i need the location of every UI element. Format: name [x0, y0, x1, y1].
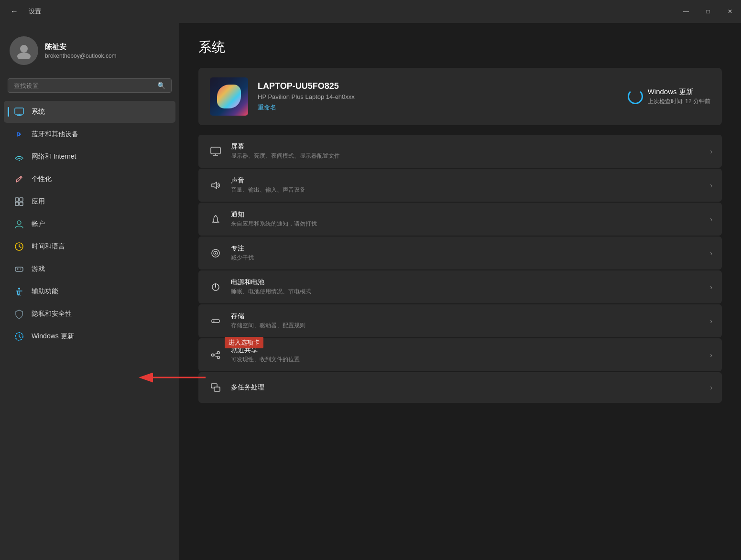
window-controls: — □ ✕	[675, 0, 741, 23]
sidebar-item-label-time: 时间和语言	[32, 242, 65, 251]
multitasking-title: 多任务处理	[231, 383, 702, 392]
sidebar-item-time[interactable]: 时间和语言	[4, 236, 175, 258]
sound-text: 声音 音量、输出、输入、声音设备	[231, 176, 702, 194]
privacy-icon	[13, 308, 25, 320]
notifications-text: 通知 来自应用和系统的通知，请勿打扰	[231, 210, 702, 228]
power-settings-icon	[208, 280, 223, 295]
notifications-title: 通知	[231, 210, 702, 219]
settings-item-storage[interactable]: 存储 存储空间、驱动器、配置规则 ›	[198, 304, 722, 337]
page-title: 系统	[198, 38, 722, 56]
main-layout: 陈祉安 brokentheboy@outlook.com 🔍 系统蓝牙和其他设备…	[0, 23, 741, 560]
nearby-sharing-title: 就近共享	[231, 346, 702, 355]
display-chevron-icon: ›	[710, 148, 712, 155]
device-details: LAPTOP-UU5FO825 HP Pavilion Plus Laptop …	[258, 81, 355, 112]
sidebar-item-label-accounts: 帐户	[32, 220, 45, 228]
storage-subtitle: 存储空间、驱动器、配置规则	[231, 322, 702, 330]
settings-item-display[interactable]: 屏幕 显示器、亮度、夜间模式、显示器配置文件 ›	[198, 135, 722, 168]
device-card: LAPTOP-UU5FO825 HP Pavilion Plus Laptop …	[198, 68, 722, 125]
back-button[interactable]: ←	[8, 5, 21, 18]
device-rename-link[interactable]: 重命名	[258, 103, 355, 112]
search-icon: 🔍	[157, 82, 165, 89]
settings-list: 屏幕 显示器、亮度、夜间模式、显示器配置文件 › 声音 音量、输出、输入、声音设…	[198, 135, 722, 403]
svg-marker-25	[212, 182, 217, 189]
sidebar-item-network[interactable]: 网络和 Internet	[4, 146, 175, 168]
sound-title: 声音	[231, 176, 702, 185]
svg-line-6	[20, 177, 21, 178]
focus-subtitle: 减少干扰	[231, 254, 702, 262]
content-area: 系统 LAPTOP-UU5FO825 HP Pavilion Plus Lapt…	[179, 23, 741, 560]
apps-icon	[13, 196, 25, 207]
windows-update-title: Windows 更新	[648, 87, 710, 97]
user-name: 陈祉安	[45, 43, 117, 52]
settings-item-multitasking[interactable]: 多任务处理 ›	[198, 372, 722, 403]
sidebar: 陈祉安 brokentheboy@outlook.com 🔍 系统蓝牙和其他设备…	[0, 23, 179, 560]
user-profile[interactable]: 陈祉安 brokentheboy@outlook.com	[0, 31, 179, 75]
svg-point-11	[17, 221, 21, 225]
network-icon	[13, 151, 25, 162]
sidebar-item-personalize[interactable]: 个性化	[4, 168, 175, 190]
svg-point-19	[18, 288, 20, 290]
accounts-icon	[13, 218, 25, 230]
search-input[interactable]	[14, 82, 153, 89]
close-button[interactable]: ✕	[719, 0, 741, 23]
svg-line-14	[19, 247, 21, 248]
sidebar-item-bluetooth[interactable]: 蓝牙和其他设备	[4, 123, 175, 145]
display-settings-icon	[208, 144, 223, 159]
settings-item-notifications[interactable]: 通知 来自应用和系统的通知，请勿打扰 ›	[198, 203, 722, 236]
svg-rect-2	[15, 108, 23, 114]
user-info: 陈祉安 brokentheboy@outlook.com	[45, 43, 117, 59]
sidebar-item-label-bluetooth: 蓝牙和其他设备	[32, 130, 78, 139]
storage-text: 存储 存储空间、驱动器、配置规则	[231, 312, 702, 330]
windows-update-widget[interactable]: Windows 更新 上次检查时间: 12 分钟前	[628, 87, 710, 106]
update-text: Windows 更新 上次检查时间: 12 分钟前	[648, 87, 710, 106]
sidebar-nav: 系统蓝牙和其他设备网络和 Internet个性化应用帐户时间和语言游戏辅助功能隐…	[0, 100, 179, 348]
minimize-button[interactable]: —	[675, 0, 697, 23]
sidebar-item-windows-update[interactable]: Windows 更新	[4, 325, 175, 347]
settings-item-nearby-sharing[interactable]: 就近共享 可发现性、收到文件的位置 ›	[198, 338, 722, 371]
sidebar-item-label-gaming: 游戏	[32, 265, 45, 273]
svg-line-37	[214, 355, 218, 357]
svg-point-1	[17, 53, 31, 59]
update-spinner-icon	[628, 89, 643, 104]
sidebar-item-label-network: 网络和 Internet	[32, 152, 76, 161]
titlebar: ← 设置 — □ ✕	[0, 0, 741, 23]
focus-chevron-icon: ›	[710, 249, 712, 257]
svg-rect-9	[15, 202, 19, 205]
focus-title: 专注	[231, 244, 702, 253]
sidebar-item-label-accessibility: 辅助功能	[32, 287, 58, 296]
nearby-sharing-subtitle: 可发现性、收到文件的位置	[231, 355, 702, 364]
svg-point-34	[218, 351, 220, 354]
sidebar-item-label-windows-update: Windows 更新	[32, 332, 74, 341]
sidebar-item-privacy[interactable]: 隐私和安全性	[4, 303, 175, 325]
sidebar-item-accessibility[interactable]: 辅助功能	[4, 280, 175, 302]
sidebar-item-label-system: 系统	[32, 108, 45, 116]
svg-rect-10	[20, 202, 23, 205]
sidebar-item-accounts[interactable]: 帐户	[4, 213, 175, 235]
svg-rect-39	[214, 387, 220, 391]
sidebar-item-system[interactable]: 系统	[4, 101, 175, 123]
storage-settings-icon	[208, 313, 223, 329]
power-subtitle: 睡眠、电池使用情况、节电模式	[231, 288, 702, 296]
maximize-button[interactable]: □	[697, 0, 719, 23]
nearby-sharing-text: 就近共享 可发现性、收到文件的位置	[231, 346, 702, 364]
nearby-sharing-settings-icon	[208, 347, 223, 363]
personalize-icon	[13, 173, 25, 185]
settings-item-sound[interactable]: 声音 音量、输出、输入、声音设备 ›	[198, 169, 722, 202]
search-box[interactable]: 🔍	[8, 78, 172, 93]
settings-item-focus[interactable]: 专注 减少干扰 ›	[198, 237, 722, 269]
multitasking-chevron-icon: ›	[710, 384, 712, 391]
svg-point-0	[20, 45, 28, 53]
sidebar-item-label-apps: 应用	[32, 197, 45, 206]
svg-point-33	[212, 354, 214, 356]
device-info-left: LAPTOP-UU5FO825 HP Pavilion Plus Laptop …	[210, 77, 355, 116]
sidebar-item-apps[interactable]: 应用	[4, 191, 175, 213]
bluetooth-icon	[13, 129, 25, 140]
device-name: LAPTOP-UU5FO825	[258, 81, 355, 91]
svg-rect-7	[15, 198, 19, 201]
device-info-right: Windows 更新 上次检查时间: 12 分钟前	[628, 87, 710, 106]
settings-item-power[interactable]: 电源和电池 睡眠、电池使用情况、节电模式 ›	[198, 270, 722, 303]
svg-rect-22	[211, 147, 220, 154]
sound-subtitle: 音量、输出、输入、声音设备	[231, 186, 702, 194]
sidebar-item-gaming[interactable]: 游戏	[4, 258, 175, 280]
sound-chevron-icon: ›	[710, 182, 712, 189]
